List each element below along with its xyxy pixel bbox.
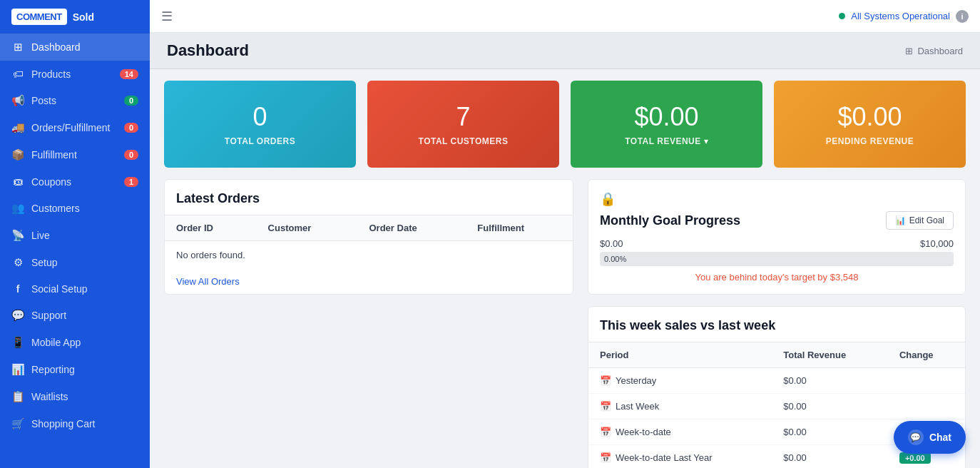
page-content: Dashboard ⊞ Dashboard 0 TOTAL ORDERS 7 T… bbox=[150, 33, 980, 468]
edit-goal-button[interactable]: 📊 Edit Goal bbox=[886, 211, 954, 230]
sidebar: COMMENT Sold ⊞ Dashboard 🏷 Products 14 📢… bbox=[0, 0, 150, 468]
sidebar-item-support[interactable]: 💬 Support bbox=[0, 302, 150, 329]
progress-label: 0.00% bbox=[604, 255, 626, 263]
fulfillment-icon: 📦 bbox=[11, 148, 24, 161]
products-badge: 14 bbox=[120, 69, 138, 79]
hamburger-menu[interactable]: ☰ bbox=[161, 9, 173, 24]
orders-badge: 0 bbox=[124, 123, 138, 133]
chat-icon: 💬 bbox=[908, 429, 924, 445]
stat-total-revenue-label-row: TOTAL REVENUE ▾ bbox=[625, 136, 708, 146]
stat-card-revenue: $0.00 TOTAL REVENUE ▾ bbox=[571, 81, 762, 168]
logo-box: COMMENT bbox=[11, 9, 67, 25]
sidebar-item-label: Shopping Cart bbox=[31, 418, 96, 429]
sidebar-item-dashboard[interactable]: ⊞ Dashboard bbox=[0, 34, 150, 61]
sidebar-item-posts[interactable]: 📢 Posts 0 bbox=[0, 87, 150, 114]
topbar-right: All Systems Operational i bbox=[839, 10, 969, 23]
sidebar-item-label: Fulfillment bbox=[31, 149, 77, 161]
mobile-app-icon: 📱 bbox=[11, 336, 24, 349]
orders-section: Latest Orders Order ID Customer Order Da… bbox=[164, 179, 573, 295]
sidebar-item-products[interactable]: 🏷 Products 14 bbox=[0, 61, 150, 87]
setup-icon: ⚙ bbox=[11, 256, 24, 269]
revenue-cell: $0.00 bbox=[772, 368, 888, 394]
period-cell: 📅Last Week bbox=[588, 394, 772, 419]
change-cell bbox=[888, 368, 965, 394]
waitlists-icon: 📋 bbox=[11, 390, 24, 403]
fulfillment-badge: 0 bbox=[124, 150, 138, 160]
sidebar-item-live[interactable]: 📡 Live bbox=[0, 222, 150, 249]
stat-total-orders-label: TOTAL ORDERS bbox=[225, 136, 295, 146]
goal-header: Monthly Goal Progress 📊 Edit Goal bbox=[600, 211, 954, 230]
live-icon: 📡 bbox=[11, 229, 24, 242]
col-change: Change bbox=[888, 342, 965, 368]
sidebar-item-fulfillment[interactable]: 📦 Fulfillment 0 bbox=[0, 141, 150, 168]
col-customer: Customer bbox=[257, 215, 358, 241]
stat-card-pending: $0.00 PENDING REVENUE bbox=[774, 81, 966, 168]
sidebar-item-label: Mobile App bbox=[31, 337, 81, 348]
sidebar-item-mobile-app[interactable]: 📱 Mobile App bbox=[0, 329, 150, 356]
lock-icon: 🔒 bbox=[600, 191, 954, 207]
orders-table: Order ID Customer Order Date Fulfillment… bbox=[165, 215, 573, 269]
sidebar-item-orders[interactable]: 🚚 Orders/Fulfillment 0 bbox=[0, 114, 150, 141]
status-dot bbox=[839, 13, 845, 19]
stat-total-customers-value: 7 bbox=[456, 102, 470, 132]
sidebar-item-customers[interactable]: 👥 Customers bbox=[0, 195, 150, 222]
sidebar-item-label: Waitlists bbox=[31, 391, 68, 402]
coupons-icon: 🎟 bbox=[11, 176, 24, 188]
period-cell: 📅Yesterday bbox=[588, 368, 772, 394]
view-all-orders-link[interactable]: View All Orders bbox=[165, 269, 251, 294]
sidebar-item-shopping-cart[interactable]: 🛒 Shopping Cart bbox=[0, 410, 150, 437]
change-badge: +0.00 bbox=[899, 452, 931, 464]
table-row: 📅Last Week$0.00 bbox=[588, 394, 965, 419]
stat-total-customers-label: TOTAL CUSTOMERS bbox=[419, 136, 509, 146]
col-period: Period bbox=[588, 342, 772, 368]
left-column: Latest Orders Order ID Customer Order Da… bbox=[164, 179, 573, 468]
stat-pending-revenue-value: $0.00 bbox=[837, 102, 902, 132]
change-cell bbox=[888, 394, 965, 419]
col-total-revenue: Total Revenue bbox=[772, 342, 888, 368]
calendar-icon: 📅 bbox=[600, 452, 611, 463]
customers-icon: 👥 bbox=[11, 202, 24, 215]
col-order-id: Order ID bbox=[165, 215, 257, 241]
stat-cards-row: 0 TOTAL ORDERS 7 TOTAL CUSTOMERS $0.00 T… bbox=[150, 69, 980, 179]
status-text: All Systems Operational bbox=[851, 11, 950, 21]
support-icon: 💬 bbox=[11, 309, 24, 322]
sidebar-item-label: Setup bbox=[31, 257, 58, 268]
table-row: 📅Yesterday$0.00 bbox=[588, 368, 965, 394]
goal-min: $0.00 bbox=[600, 238, 623, 249]
sidebar-item-reporting[interactable]: 📊 Reporting bbox=[0, 356, 150, 383]
stat-pending-revenue-label: PENDING REVENUE bbox=[826, 136, 914, 146]
social-setup-icon: f bbox=[11, 283, 24, 295]
two-col-layout: Latest Orders Order ID Customer Order Da… bbox=[150, 179, 980, 468]
table-row: No orders found. bbox=[165, 241, 573, 270]
sidebar-item-label: Support bbox=[31, 310, 66, 321]
logo-text: COMMENT bbox=[16, 11, 62, 22]
breadcrumb-icon: ⊞ bbox=[905, 46, 913, 56]
reporting-icon: 📊 bbox=[11, 363, 24, 376]
logo-suffix: Sold bbox=[73, 11, 94, 23]
page-header: Dashboard ⊞ Dashboard bbox=[150, 33, 980, 69]
stat-card-customers: 7 TOTAL CUSTOMERS bbox=[367, 81, 559, 168]
info-icon[interactable]: i bbox=[956, 10, 969, 23]
monthly-goal-card: 🔒 Monthly Goal Progress 📊 Edit Goal $0.0… bbox=[588, 179, 966, 295]
sidebar-item-setup[interactable]: ⚙ Setup bbox=[0, 249, 150, 276]
sidebar-item-label: Dashboard bbox=[31, 41, 81, 53]
progress-bar: 0.00% bbox=[600, 252, 954, 266]
goal-warning: You are behind today's target by $3,548 bbox=[600, 272, 954, 283]
chevron-down-icon[interactable]: ▾ bbox=[704, 136, 708, 146]
sidebar-item-coupons[interactable]: 🎟 Coupons 1 bbox=[0, 168, 150, 195]
sidebar-item-label: Coupons bbox=[31, 176, 71, 188]
sidebar-item-social-setup[interactable]: f Social Setup bbox=[0, 276, 150, 302]
calendar-icon: 📅 bbox=[600, 375, 611, 386]
revenue-cell: $0.00 bbox=[772, 419, 888, 445]
chat-label: Chat bbox=[929, 432, 951, 443]
goal-title: Monthly Goal Progress bbox=[600, 213, 740, 228]
sidebar-item-waitlists[interactable]: 📋 Waitlists bbox=[0, 383, 150, 410]
chat-button[interactable]: 💬 Chat bbox=[894, 421, 966, 454]
goal-max: $10,000 bbox=[920, 238, 954, 249]
sidebar-logo: COMMENT Sold bbox=[0, 0, 150, 34]
edit-goal-label: Edit Goal bbox=[909, 215, 944, 225]
page-title: Dashboard bbox=[167, 41, 249, 60]
stat-total-orders-value: 0 bbox=[252, 102, 267, 132]
posts-icon: 📢 bbox=[11, 94, 24, 107]
revenue-cell: $0.00 bbox=[772, 394, 888, 419]
